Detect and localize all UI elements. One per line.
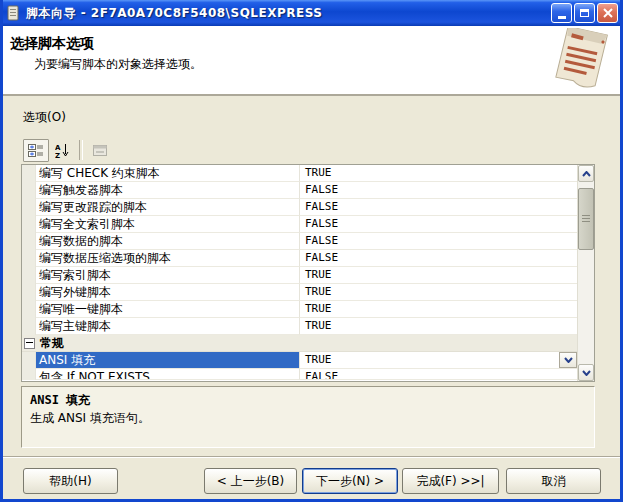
option-label[interactable]: 编写主键脚本 bbox=[36, 318, 300, 335]
close-button[interactable] bbox=[597, 3, 618, 23]
toolbar-separator bbox=[79, 140, 83, 160]
option-value[interactable]: FALSE bbox=[300, 182, 577, 199]
chevron-up-icon bbox=[582, 171, 591, 177]
option-value[interactable]: TRUE bbox=[300, 165, 577, 182]
grid-row[interactable]: 编写数据压缩选项的脚本FALSE bbox=[22, 250, 577, 267]
row-indent bbox=[22, 267, 36, 284]
row-indent bbox=[22, 318, 36, 335]
option-value[interactable]: FALSE bbox=[300, 216, 577, 233]
wizard-header: 选择脚本选项 为要编写脚本的对象选择选项。 bbox=[0, 26, 623, 96]
finish-button[interactable]: 完成(F) >>| bbox=[402, 468, 499, 494]
chevron-down-icon bbox=[582, 370, 591, 376]
chevron-down-icon bbox=[564, 357, 573, 363]
property-pages-button bbox=[87, 139, 113, 162]
options-label: 选项(O) bbox=[23, 109, 66, 126]
option-label[interactable]: 编写数据压缩选项的脚本 bbox=[36, 250, 300, 267]
property-grid-rows: 编写 CHECK 约束脚本TRUE编写触发器脚本FALSE编写更改跟踪的脚本FA… bbox=[22, 165, 577, 381]
option-value[interactable]: FALSE bbox=[300, 233, 577, 250]
option-label[interactable]: 编写索引脚本 bbox=[36, 267, 300, 284]
option-label[interactable]: 编写触发器脚本 bbox=[36, 182, 300, 199]
scroll-down-button[interactable] bbox=[578, 364, 594, 381]
grid-row[interactable]: 编写全文索引脚本FALSE bbox=[22, 216, 577, 233]
category-label: 常规 bbox=[40, 335, 64, 351]
maximize-button[interactable] bbox=[574, 3, 595, 23]
option-value[interactable]: TRUE bbox=[300, 301, 577, 318]
minimize-button[interactable] bbox=[551, 3, 572, 23]
scroll-thumb[interactable] bbox=[578, 188, 594, 250]
grid-row[interactable]: 编写外键脚本TRUE bbox=[22, 284, 577, 301]
window-title: 脚本向导 - 2F7A0A70C8F5408\SQLEXPRESS bbox=[26, 5, 322, 22]
row-indent bbox=[22, 250, 36, 267]
help-button[interactable]: 帮助(H) bbox=[23, 468, 118, 494]
maximize-icon bbox=[580, 9, 589, 17]
title-bar[interactable]: 脚本向导 - 2F7A0A70C8F5408\SQLEXPRESS bbox=[0, 0, 623, 26]
row-indent bbox=[22, 284, 36, 301]
grid-row[interactable]: 编写更改跟踪的脚本FALSE bbox=[22, 199, 577, 216]
grid-row[interactable]: ANSI 填充TRUE bbox=[22, 352, 577, 369]
option-label[interactable]: 编写外键脚本 bbox=[36, 284, 300, 301]
row-indent bbox=[22, 216, 36, 233]
app-icon bbox=[6, 5, 21, 21]
option-label[interactable]: 包含 If NOT EXISTS bbox=[36, 369, 300, 380]
grid-row[interactable]: 编写索引脚本TRUE bbox=[22, 267, 577, 284]
grid-row[interactable]: 编写数据的脚本FALSE bbox=[22, 233, 577, 250]
option-label[interactable]: 编写更改跟踪的脚本 bbox=[36, 199, 300, 216]
option-value[interactable]: TRUE bbox=[300, 284, 577, 301]
scroll-up-button[interactable] bbox=[578, 165, 594, 182]
value-dropdown-button[interactable] bbox=[559, 352, 577, 368]
option-label[interactable]: 编写 CHECK 约束脚本 bbox=[36, 165, 300, 182]
grid-row[interactable]: 编写唯一键脚本TRUE bbox=[22, 301, 577, 318]
grid-row[interactable]: 编写触发器脚本FALSE bbox=[22, 182, 577, 199]
option-value[interactable]: FALSE bbox=[300, 250, 577, 267]
option-label[interactable]: 编写数据的脚本 bbox=[36, 233, 300, 250]
option-value[interactable]: TRUE bbox=[300, 267, 577, 284]
option-label[interactable]: 编写唯一键脚本 bbox=[36, 301, 300, 318]
back-button[interactable]: < 上一步(B) bbox=[204, 468, 297, 494]
grid-row[interactable]: 包含 If NOT EXISTSFALSE bbox=[22, 369, 577, 380]
row-indent bbox=[22, 165, 36, 182]
page-subtitle: 为要编写脚本的对象选择选项。 bbox=[34, 56, 202, 73]
categorized-button[interactable] bbox=[23, 139, 49, 162]
row-indent bbox=[22, 369, 36, 380]
description-title: ANSI 填充 bbox=[30, 392, 90, 409]
footer-separator bbox=[0, 456, 623, 458]
row-indent bbox=[22, 352, 36, 369]
description-text: 生成 ANSI 填充语句。 bbox=[30, 410, 150, 427]
grid-category-row[interactable]: 常规 bbox=[22, 335, 577, 352]
svg-text:Z: Z bbox=[55, 152, 60, 158]
page-title: 选择脚本选项 bbox=[10, 35, 94, 53]
grid-row[interactable]: 编写 CHECK 约束脚本TRUE bbox=[22, 165, 577, 182]
script-scroll-graphic bbox=[541, 28, 621, 92]
option-value[interactable]: FALSE bbox=[300, 199, 577, 216]
alphabetical-sort-button[interactable]: A Z bbox=[49, 139, 75, 162]
option-value[interactable]: TRUE bbox=[300, 352, 577, 369]
script-wizard-dialog: 脚本向导 - 2F7A0A70C8F5408\SQLEXPRESS 选择脚本选项… bbox=[0, 0, 623, 502]
row-indent bbox=[22, 233, 36, 250]
cancel-button[interactable]: 取消 bbox=[506, 468, 601, 494]
grid-toolbar: A Z bbox=[23, 138, 113, 162]
next-button[interactable]: 下一步(N) > bbox=[302, 468, 398, 494]
option-value[interactable]: TRUE bbox=[300, 318, 577, 335]
option-value[interactable]: FALSE bbox=[300, 369, 577, 380]
minimize-icon bbox=[558, 16, 566, 19]
row-indent bbox=[22, 199, 36, 216]
option-label[interactable]: ANSI 填充 bbox=[36, 352, 300, 369]
property-pages-icon bbox=[92, 144, 108, 157]
collapse-icon[interactable] bbox=[24, 338, 35, 349]
row-indent bbox=[22, 182, 36, 199]
grid-row[interactable]: 编写主键脚本TRUE bbox=[22, 318, 577, 335]
property-grid: 编写 CHECK 约束脚本TRUE编写触发器脚本FALSE编写更改跟踪的脚本FA… bbox=[21, 164, 595, 382]
row-indent bbox=[22, 301, 36, 318]
vertical-scrollbar[interactable] bbox=[577, 165, 594, 381]
option-label[interactable]: 编写全文索引脚本 bbox=[36, 216, 300, 233]
description-panel: ANSI 填充 生成 ANSI 填充语句。 bbox=[21, 386, 595, 448]
categorized-icon bbox=[28, 143, 44, 157]
close-icon bbox=[603, 8, 613, 18]
svg-text:A: A bbox=[55, 144, 61, 152]
alphabetical-sort-icon: A Z bbox=[55, 143, 70, 158]
